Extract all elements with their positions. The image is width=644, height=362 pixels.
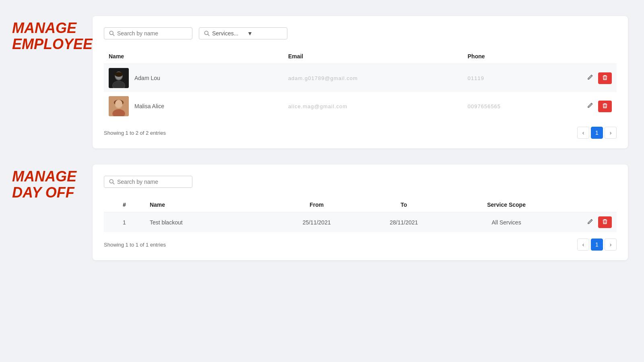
col-from: From <box>273 197 360 212</box>
employee-row: Malisa Alice alice.mag@gmail.com 0097656… <box>104 92 617 120</box>
svg-point-16 <box>109 179 113 183</box>
employees-page-1[interactable]: 1 <box>591 127 603 139</box>
col-phone: Phone <box>463 49 566 64</box>
col-to: To <box>360 197 448 212</box>
col-scope: Service Scope <box>448 197 566 212</box>
dayoff-section: Manage Day Off # Name <box>0 165 644 260</box>
employees-search-row: Services... ▼ <box>104 27 617 39</box>
dayoff-actions <box>566 212 617 232</box>
dayoff-num: 1 <box>104 212 145 232</box>
employee-email: alice.mag@gmail.com <box>283 92 463 120</box>
dayoff-table: # Name From To Service Scope 1 Test blac… <box>104 197 617 232</box>
employees-table-header: Name Email Phone <box>104 49 617 64</box>
employees-label: Manage Employees <box>0 16 93 52</box>
dayoff-title: Manage Day Off <box>12 169 93 200</box>
svg-line-1 <box>113 34 114 36</box>
employees-table: Name Email Phone <box>104 49 617 120</box>
employees-prev-page[interactable]: ‹ <box>577 127 589 139</box>
dayoff-scope: All Services <box>448 212 566 232</box>
employees-title: Manage Employees <box>12 20 93 52</box>
dayoff-table-footer: Showing 1 to 1 of 1 entries ‹ 1 › <box>104 239 617 251</box>
dayoff-card: # Name From To Service Scope 1 Test blac… <box>93 165 628 260</box>
dayoff-showing-text: Showing 1 to 1 of 1 entries <box>104 242 166 248</box>
dayoff-search-input[interactable] <box>117 179 187 185</box>
dayoff-to: 28/11/2021 <box>360 212 448 232</box>
employee-name: Adam Lou <box>134 75 160 81</box>
col-actions <box>566 49 617 64</box>
employees-search-box[interactable] <box>104 27 192 39</box>
dayoff-edit-button[interactable] <box>585 217 595 228</box>
male-avatar-svg <box>109 68 129 88</box>
employee-avatar <box>109 68 129 88</box>
dayoff-label: Manage Day Off <box>0 165 93 200</box>
female-avatar-svg <box>109 96 129 116</box>
employee-phone: 01119 <box>463 64 566 93</box>
employees-showing-text: Showing 1 to 2 of 2 entries <box>104 130 166 136</box>
col-name: Name <box>104 49 283 64</box>
employee-edit-button[interactable] <box>585 72 595 84</box>
services-search-icon <box>204 31 210 36</box>
dayoff-prev-page[interactable]: ‹ <box>577 239 589 251</box>
services-dropdown[interactable]: Services... ▼ <box>199 27 287 39</box>
employee-edit-button[interactable] <box>585 101 595 112</box>
svg-line-17 <box>113 183 114 184</box>
employee-email: adam.g01789@gmail.com <box>283 64 463 93</box>
employee-name-cell: Adam Lou <box>104 64 283 93</box>
dayoff-next-page[interactable]: › <box>605 239 617 251</box>
svg-point-8 <box>115 72 123 77</box>
employee-avatar <box>109 96 129 116</box>
employee-delete-button[interactable] <box>598 72 612 84</box>
dayoff-page-1[interactable]: 1 <box>591 239 603 251</box>
dayoff-search-row <box>104 176 617 188</box>
employees-section: Manage Employees Service <box>0 16 644 148</box>
employees-table-footer: Showing 1 to 2 of 2 entries ‹ 1 › <box>104 127 617 139</box>
employee-actions <box>566 92 617 120</box>
dayoff-pagination: ‹ 1 › <box>577 239 617 251</box>
employees-pagination: ‹ 1 › <box>577 127 617 139</box>
svg-line-3 <box>208 34 209 36</box>
employee-name: Malisa Alice <box>134 103 164 109</box>
dayoff-table-header: # Name From To Service Scope <box>104 197 617 212</box>
dayoff-name: Test blackout <box>145 212 273 232</box>
col-num: # <box>104 197 145 212</box>
col-email: Email <box>283 49 463 64</box>
employee-delete-button[interactable] <box>598 101 612 112</box>
dayoff-search-box[interactable] <box>104 176 192 188</box>
dayoff-delete-button[interactable] <box>598 216 612 228</box>
employees-search-input[interactable] <box>117 30 187 37</box>
dayoff-from: 25/11/2021 <box>273 212 360 232</box>
dayoff-row: 1 Test blackout 25/11/2021 28/11/2021 Al… <box>104 212 617 232</box>
employees-next-page[interactable]: › <box>605 127 617 139</box>
employees-card: Services... ▼ Name Email Phone <box>93 16 628 148</box>
svg-point-0 <box>109 31 113 35</box>
dropdown-arrow-icon: ▼ <box>247 30 282 37</box>
dayoff-search-icon <box>109 179 115 185</box>
col-name: Name <box>145 197 273 212</box>
employee-row: Adam Lou adam.g01789@gmail.com 01119 <box>104 64 617 93</box>
svg-point-2 <box>204 31 208 35</box>
employee-actions <box>566 64 617 93</box>
col-actions <box>566 197 617 212</box>
search-icon <box>109 31 115 36</box>
services-placeholder-text: Services... <box>212 30 247 37</box>
employee-phone: 0097656565 <box>463 92 566 120</box>
svg-point-13 <box>115 100 122 108</box>
employee-name-cell: Malisa Alice <box>104 92 283 120</box>
